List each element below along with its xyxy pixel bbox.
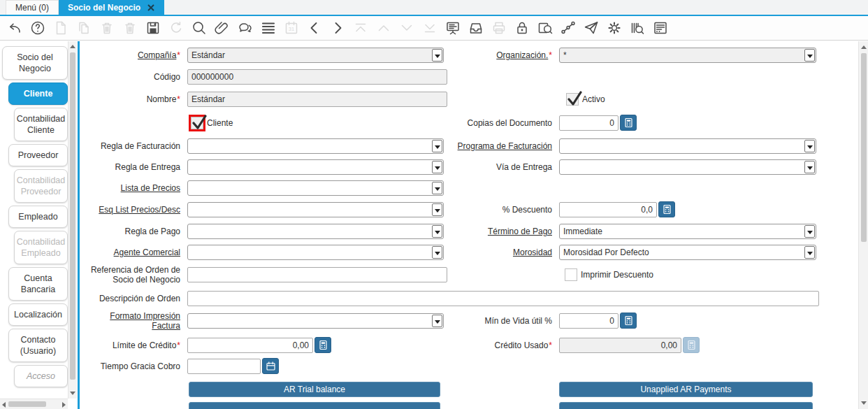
imprimir-descuento-checkbox[interactable]: [565, 268, 577, 281]
descuento-input[interactable]: [559, 202, 657, 217]
sidebar-scrollbar[interactable]: [68, 41, 77, 399]
cliente-checkbox-label: Cliente: [207, 115, 233, 131]
copias-documento-label: Copias del Documento: [454, 115, 552, 131]
archive-icon[interactable]: [468, 20, 484, 36]
sidebar-tab-contabilidad-proveedor[interactable]: Contabilidad Proveedor: [14, 169, 68, 203]
ar-trial-balance-button[interactable]: AR Trial balance: [189, 382, 440, 397]
cliente-checkbox[interactable]: [191, 117, 203, 129]
compania-combo[interactable]: Estándar: [187, 48, 444, 63]
esq-list-precios-dropdown-button[interactable]: [432, 203, 442, 216]
grid-toggle-icon[interactable]: [260, 20, 277, 36]
sidebar-tab-contacto-usuario[interactable]: Contacto (Usuario): [8, 329, 68, 362]
lista-precios-dropdown-button[interactable]: [432, 182, 442, 194]
via-entrega-dropdown-button[interactable]: [804, 161, 815, 173]
morosidad-combo[interactable]: Morosidad Por Defecto: [559, 245, 816, 260]
credito-usado-input: [559, 338, 681, 353]
lista-precios-combo[interactable]: [187, 180, 444, 196]
sidebar-h-scrollbar-thumb[interactable]: [8, 401, 46, 407]
scroll-right-arrow-icon[interactable]: [62, 402, 66, 408]
sidebar-tab-acceso[interactable]: Acceso: [14, 365, 68, 387]
regla-facturacion-combo[interactable]: [187, 138, 444, 154]
preferences-icon[interactable]: [606, 20, 623, 36]
chat-icon[interactable]: [237, 20, 254, 36]
regla-facturacion-dropdown-button[interactable]: [432, 140, 442, 152]
tiempo-gracia-calendar-button[interactable]: [262, 358, 279, 374]
find-icon[interactable]: [191, 20, 208, 36]
save-icon[interactable]: [145, 20, 161, 36]
close-tab-icon[interactable]: [147, 3, 155, 12]
formato-impresion-dropdown-button[interactable]: [432, 315, 442, 327]
undo-icon[interactable]: [6, 20, 23, 36]
agente-comercial-dropdown-button[interactable]: [432, 246, 442, 259]
min-vida-util-input[interactable]: [559, 313, 619, 329]
referencia-orden-input[interactable]: [187, 267, 447, 282]
sidebar-tab-socio-del-negocio[interactable]: Socio del Negocio: [2, 46, 68, 80]
programa-facturacion-combo[interactable]: [559, 138, 816, 154]
nombre-input[interactable]: [187, 92, 447, 107]
workflow-icon[interactable]: [560, 20, 577, 36]
sidebar-tab-cuenta-bancaria[interactable]: Cuenta Bancaria: [8, 267, 68, 301]
regla-entrega-combo[interactable]: [187, 159, 444, 175]
descuento-calculator-button[interactable]: [658, 201, 675, 217]
organizacion-combo[interactable]: *: [559, 48, 816, 63]
morosidad-dropdown-button[interactable]: [804, 246, 815, 259]
calendar-icon: 31: [283, 20, 300, 36]
product-info-icon[interactable]: [629, 20, 646, 36]
scroll-left-arrow-icon[interactable]: [2, 402, 6, 408]
via-entrega-combo[interactable]: [559, 159, 816, 175]
regla-pago-dropdown-button[interactable]: [432, 225, 442, 238]
activo-checkbox[interactable]: [566, 93, 579, 106]
termino-pago-dropdown-button[interactable]: [804, 225, 815, 238]
codigo-input[interactable]: [187, 69, 447, 85]
descripcion-orden-input[interactable]: [187, 291, 819, 306]
regla-pago-combo[interactable]: [187, 224, 444, 239]
sidebar-tab-localizaci-n[interactable]: Localización: [8, 303, 68, 326]
partial-action-button-right[interactable]: [559, 402, 813, 409]
sidebar-tab-contabilidad-empleado[interactable]: Contabilidad Empleado: [14, 231, 68, 264]
programa-facturacion-dropdown-button[interactable]: [804, 140, 815, 152]
agente-comercial-combo[interactable]: [187, 245, 444, 260]
formato-impresion-combo[interactable]: [187, 313, 444, 329]
content-scroll-down-arrow-icon[interactable]: [861, 401, 867, 405]
content-scroll-up-arrow-icon[interactable]: [861, 45, 867, 49]
partial-action-button-left[interactable]: [189, 402, 440, 409]
nombre-label: Nombre*: [82, 92, 180, 107]
tab-menu[interactable]: Menú (0): [6, 0, 59, 15]
help-icon[interactable]: [29, 20, 46, 36]
tab-socio-del-negocio[interactable]: Socio del Negocio: [59, 0, 164, 15]
sidebar-tab-cliente[interactable]: Cliente: [8, 82, 68, 105]
detail-record-icon: [398, 20, 415, 36]
formato-impresion-label: Formato Impresión Factura: [82, 311, 180, 331]
organizacion-dropdown-button[interactable]: [804, 49, 815, 62]
sidebar-scrollbar-thumb[interactable]: [70, 52, 75, 380]
log-icon[interactable]: [652, 20, 669, 36]
next-record-icon[interactable]: [329, 20, 346, 36]
min-vida-util-calculator-button[interactable]: [620, 313, 637, 329]
scroll-down-arrow-icon[interactable]: [70, 392, 75, 395]
limite-credito-calculator-button[interactable]: [314, 337, 331, 353]
last-record-icon: [421, 20, 438, 36]
report-icon[interactable]: [444, 20, 461, 36]
copias-documento-calculator-button[interactable]: [620, 115, 637, 131]
sidebar-tab-empleado[interactable]: Empleado: [8, 206, 68, 228]
tiempo-gracia-input[interactable]: [187, 359, 261, 374]
sidebar-tab-proveedor[interactable]: Proveedor: [8, 144, 68, 166]
termino-pago-combo[interactable]: Immediate: [559, 224, 816, 239]
esq-list-precios-combo[interactable]: [187, 202, 444, 217]
referencia-orden-label: Referencia de Orden de Socio del Negocio: [82, 265, 180, 285]
lock-icon[interactable]: [514, 20, 530, 36]
content-scrollbar[interactable]: [858, 41, 868, 409]
previous-record-icon[interactable]: [306, 20, 323, 36]
zoom-across-icon[interactable]: [537, 20, 554, 36]
content-scrollbar-thumb[interactable]: [861, 53, 867, 242]
send-icon[interactable]: [583, 20, 600, 36]
unapplied-ar-payments-button[interactable]: Unapplied AR Payments: [559, 382, 813, 397]
compania-dropdown-button[interactable]: [432, 49, 442, 62]
limite-credito-input[interactable]: [187, 338, 313, 353]
copias-documento-input[interactable]: [559, 115, 619, 131]
sidebar-tab-contabilidad-cliente[interactable]: Contabilidad Cliente: [14, 108, 68, 141]
attachment-icon[interactable]: [214, 20, 231, 36]
regla-entrega-dropdown-button[interactable]: [432, 161, 442, 173]
scroll-up-arrow-icon[interactable]: [70, 45, 75, 48]
sidebar-h-scrollbar[interactable]: [0, 399, 68, 409]
